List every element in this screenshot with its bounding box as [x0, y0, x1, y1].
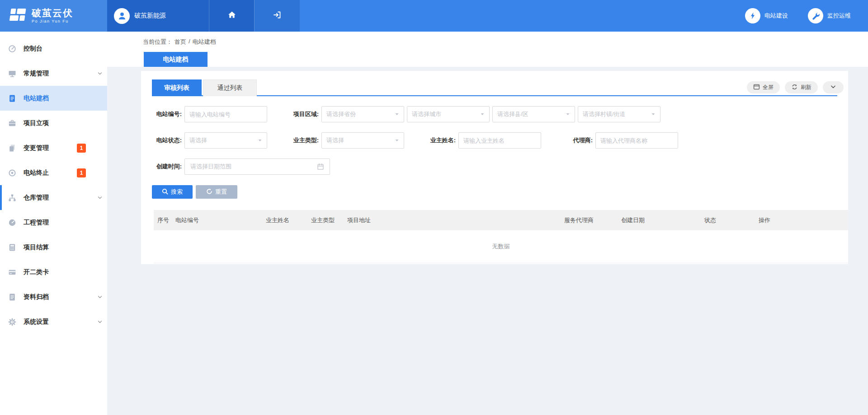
- table-empty-row: 无数据: [154, 230, 848, 263]
- collapse-panel-button[interactable]: [823, 81, 844, 93]
- search-button[interactable]: 搜索: [152, 185, 193, 199]
- chevron-down-icon: [97, 71, 103, 76]
- home-button[interactable]: [209, 0, 254, 32]
- breadcrumb-separator: /: [189, 38, 190, 46]
- copy-icon: [8, 144, 16, 152]
- filter-label: 电站编号:: [152, 110, 182, 118]
- content-card: 审核列表 通过列表 全屏 刷新: [141, 71, 848, 264]
- bolt-icon: [745, 8, 760, 23]
- sidebar-item[interactable]: 电站建档: [0, 86, 107, 111]
- sitemap-icon: [8, 194, 16, 202]
- caret-down-icon: [566, 112, 570, 117]
- caret-down-icon: [258, 138, 262, 143]
- refresh-label: 刷新: [801, 84, 811, 91]
- list-tabs: 审核列表 通过列表: [152, 79, 837, 96]
- owner-type-select[interactable]: 请选择: [321, 132, 404, 149]
- caret-down-icon: [651, 112, 656, 117]
- notification-badge: 1: [77, 144, 86, 153]
- app-link-construction[interactable]: 电站建设: [745, 8, 788, 23]
- sidebar-item-label: 资料归档: [24, 293, 49, 301]
- sidebar-item-label: 仓库管理: [24, 194, 49, 202]
- tab-review-list[interactable]: 审核列表: [152, 79, 202, 96]
- county-select[interactable]: 请选择县/区: [492, 106, 575, 122]
- sidebar-item-label: 电站建档: [24, 94, 49, 103]
- app-screen: 破茧云伏 Po Jian Yun Fu 破茧新能源: [0, 0, 868, 415]
- sidebar-item[interactable]: 电站终止1: [0, 160, 107, 185]
- filter-group: 业主类型:请选择: [289, 132, 404, 149]
- brand-title: 破茧云伏: [32, 8, 73, 18]
- province-select[interactable]: 请选择省份: [321, 106, 404, 122]
- header-app-switcher: 电站建设 监控运维: [300, 0, 868, 32]
- sidebar-item-label: 系统设置: [24, 318, 49, 326]
- breadcrumb-current: 电站建档: [193, 38, 216, 46]
- station-no-input[interactable]: [184, 106, 267, 122]
- owner-name-input[interactable]: [458, 132, 541, 149]
- sidebar-item[interactable]: 变更管理1: [0, 135, 107, 160]
- user-avatar-icon[interactable]: [114, 8, 130, 24]
- filter-label: 电站状态:: [152, 136, 182, 145]
- station-status-select[interactable]: 请选择: [184, 132, 267, 149]
- sidebar-item-label: 变更管理: [24, 144, 49, 152]
- brand-text: 破茧云伏 Po Jian Yun Fu: [32, 8, 73, 23]
- reset-button-label: 重置: [215, 188, 227, 196]
- placeholder-text: 请选择县/区: [497, 110, 528, 118]
- filter-form: 电站编号:项目区域:请选择省份请选择城市请选择县/区请选择村镇/街道电站状态:请…: [152, 106, 837, 175]
- tab-passed-list[interactable]: 通过列表: [203, 79, 257, 96]
- app-link-monitoring[interactable]: 监控运维: [808, 8, 851, 23]
- agent-name-input[interactable]: [595, 132, 678, 149]
- filter-label: 业主类型:: [289, 136, 319, 145]
- filter-label: 业主姓名:: [426, 136, 456, 145]
- placeholder-text: 请选择: [326, 136, 344, 145]
- sidebar-item-label: 控制台: [24, 45, 42, 53]
- filter-group: 业主姓名:: [426, 132, 541, 149]
- sidebar-menu: 控制台常规管理电站建档项目立项变更管理1电站终止1仓库管理工程管理项目结算开二类…: [0, 36, 107, 334]
- sidebar-item[interactable]: 工程管理: [0, 210, 107, 235]
- logout-button[interactable]: [254, 0, 300, 32]
- placeholder-text: 请选择省份: [326, 110, 356, 118]
- fullscreen-button[interactable]: 全屏: [747, 81, 780, 93]
- dashboard-icon: [8, 45, 16, 53]
- sidebar-item-label: 项目立项: [24, 119, 49, 127]
- search-button-label: 搜索: [171, 188, 183, 196]
- target-icon: [8, 169, 16, 177]
- caret-down-icon: [480, 112, 485, 117]
- column-header-status: 状态: [704, 216, 759, 224]
- sidebar-item[interactable]: 开二类卡: [0, 260, 107, 284]
- filter-label: 代理商:: [563, 136, 593, 145]
- sidebar-item[interactable]: 系统设置: [0, 309, 107, 334]
- sidebar-item[interactable]: 项目立项: [0, 111, 107, 135]
- fullscreen-icon: [753, 84, 760, 92]
- placeholder-text: 请选择: [189, 136, 207, 145]
- doc-icon: [8, 94, 16, 103]
- create-time-range[interactable]: 请选择日期范围: [184, 159, 330, 175]
- sidebar-item-label: 常规管理: [24, 70, 49, 78]
- sidebar-item[interactable]: 控制台: [0, 36, 107, 61]
- sidebar-item[interactable]: 项目结算: [0, 235, 107, 260]
- filter-group: 电站状态:请选择: [152, 132, 267, 149]
- results-table: 序号电站编号业主姓名业主类型项目地址服务代理商创建日期状态操作 无数据: [154, 210, 848, 263]
- reset-icon: [206, 188, 212, 196]
- chevron-down-icon: [97, 294, 103, 300]
- city-select[interactable]: 请选择城市: [407, 106, 490, 122]
- sidebar: 控制台常规管理电站建档项目立项变更管理1电站终止1仓库管理工程管理项目结算开二类…: [0, 32, 107, 415]
- refresh-button[interactable]: 刷新: [785, 81, 818, 93]
- main-area: 当前位置： 首页 / 电站建档 电站建档 审核列表 通过列表 全屏: [107, 32, 868, 415]
- filter-label: 项目区域:: [289, 110, 319, 118]
- user-section[interactable]: 破茧新能源: [107, 0, 209, 32]
- filter-group: 创建时间:请选择日期范围: [152, 159, 330, 175]
- app-link-label: 监控运维: [827, 12, 851, 20]
- filter-row: 电站状态:请选择业主类型:请选择业主姓名:代理商:: [152, 132, 837, 149]
- gear-icon: [8, 318, 16, 326]
- sidebar-item[interactable]: 仓库管理: [0, 185, 107, 210]
- sidebar-item[interactable]: 常规管理: [0, 61, 107, 86]
- town-select[interactable]: 请选择村镇/街道: [578, 106, 660, 122]
- sidebar-item[interactable]: 资料归档: [0, 284, 107, 309]
- filter-row: 电站编号:项目区域:请选择省份请选择城市请选择县/区请选择村镇/街道: [152, 106, 837, 122]
- reset-button[interactable]: 重置: [196, 185, 237, 199]
- fullscreen-label: 全屏: [763, 84, 774, 91]
- brand-subtitle: Po Jian Yun Fu: [32, 19, 73, 23]
- breadcrumb-home-link[interactable]: 首页: [175, 38, 186, 46]
- column-header-create-date: 创建日期: [621, 216, 704, 224]
- search-icon: [162, 188, 168, 196]
- page-tab-station-archive[interactable]: 电站建档: [144, 52, 208, 67]
